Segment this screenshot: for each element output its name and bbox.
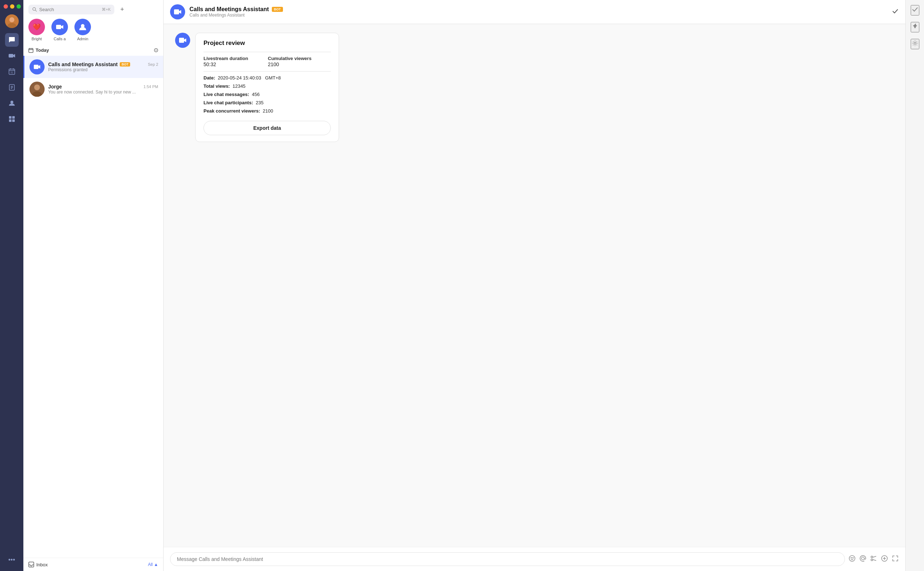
scissors-button[interactable] <box>870 555 877 564</box>
section-collapse-btn[interactable]: ⊙ <box>154 47 158 54</box>
message-avatar <box>175 33 190 48</box>
emoji-icon <box>848 555 856 562</box>
svg-point-41 <box>861 557 864 560</box>
svg-rect-17 <box>9 119 11 122</box>
expand-button[interactable] <box>892 555 899 564</box>
contact-item-calls[interactable]: Calls a <box>51 19 68 41</box>
traffic-light-yellow[interactable] <box>10 4 14 9</box>
inbox-text: Inbox <box>36 562 48 567</box>
conv-preview-jorge: You are now connected. Say hi to your ne… <box>48 90 158 94</box>
svg-point-40 <box>853 557 853 558</box>
live-chat-participants-label: Live chat participants: <box>204 100 253 105</box>
add-icon <box>881 555 888 562</box>
avatar[interactable] <box>5 14 19 28</box>
svg-line-45 <box>873 560 876 560</box>
chat-body: Project review Livestream duration 50:32… <box>164 24 905 547</box>
chat-input[interactable] <box>170 552 845 566</box>
stat-cumulative-label: Cumulative viewers <box>268 56 331 61</box>
conv-name-jorge: Jorge <box>48 84 62 90</box>
svg-marker-22 <box>61 25 63 29</box>
sidebar-item-video[interactable] <box>5 49 19 63</box>
svg-point-43 <box>871 559 873 560</box>
detail-peak-concurrent: Peak concurrent viewers: 2100 <box>204 108 331 114</box>
traffic-light-green[interactable] <box>17 4 21 9</box>
contact-avatar-calls <box>51 19 68 35</box>
sidebar-item-more[interactable]: ••• <box>5 553 19 567</box>
detail-live-chat-participants: Live chat participants: 235 <box>204 100 331 105</box>
checkmark-right-button[interactable] <box>911 5 919 15</box>
contact-avatar-admin <box>74 19 91 35</box>
today-label: Today <box>35 48 49 53</box>
svg-point-14 <box>11 101 13 103</box>
peak-concurrent-value: 2100 <box>263 108 273 114</box>
expand-icon <box>892 555 899 562</box>
sidebar-item-calendar[interactable]: 31 <box>5 65 19 79</box>
contact-item-admin[interactable]: Admin <box>74 19 91 41</box>
svg-point-42 <box>871 556 873 558</box>
total-views-label: Total views: <box>204 83 230 89</box>
svg-rect-28 <box>34 65 39 69</box>
emoji-button[interactable] <box>848 555 856 564</box>
svg-rect-18 <box>12 119 15 122</box>
add-button[interactable]: + <box>117 4 127 14</box>
svg-marker-4 <box>13 54 15 57</box>
live-chat-messages-value: 456 <box>251 92 259 97</box>
calendar-section-icon <box>28 48 34 53</box>
conv-avatar-calls-assistant <box>29 59 45 74</box>
conv-preview-calls-assistant: Permissions granted <box>48 67 158 72</box>
conversation-item-calls-assistant[interactable]: Calls and Meetings Assistant BOT Sep 2 P… <box>23 56 163 78</box>
svg-point-38 <box>849 556 855 561</box>
recent-contacts: ❤️ Bright Calls a Admin <box>23 17 163 45</box>
svg-marker-37 <box>184 39 186 42</box>
svg-point-31 <box>34 85 40 90</box>
message-card: Project review Livestream duration 50:32… <box>195 33 339 142</box>
pin-button[interactable] <box>911 22 919 32</box>
search-input[interactable] <box>39 7 100 12</box>
sidebar-item-contacts[interactable] <box>5 96 19 110</box>
svg-rect-36 <box>179 38 184 43</box>
sidebar-item-grid[interactable] <box>5 112 19 126</box>
traffic-light-red[interactable] <box>4 4 8 9</box>
chat-input-bar <box>164 547 905 571</box>
svg-point-1 <box>9 17 14 22</box>
stat-cumulative: Cumulative viewers 2100 <box>268 56 331 68</box>
sidebar-item-tasks[interactable] <box>5 80 19 94</box>
conv-info-calls-assistant: Calls and Meetings Assistant BOT Sep 2 P… <box>48 62 158 72</box>
detail-total-views: Total views: 12345 <box>204 83 331 89</box>
svg-rect-34 <box>174 9 179 14</box>
mention-button[interactable] <box>859 555 867 564</box>
peak-concurrent-label: Peak concurrent viewers: <box>204 108 260 114</box>
export-data-button[interactable]: Export data <box>204 121 331 135</box>
pin-icon <box>912 23 919 30</box>
svg-text:31: 31 <box>11 71 13 74</box>
svg-marker-29 <box>39 65 40 69</box>
svg-marker-35 <box>179 10 181 14</box>
more-dots-icon: ••• <box>8 556 15 564</box>
mention-icon <box>859 555 867 562</box>
date-value: 2020-05-24 15:40:03 <box>218 75 261 80</box>
card-divider <box>204 52 331 52</box>
conv-name-calls-assistant: Calls and Meetings Assistant <box>48 62 117 67</box>
contact-label-bright: Bright <box>32 37 42 41</box>
conv-info-jorge: Jorge 1:54 PM You are now connected. Say… <box>48 84 158 94</box>
conversation-panel: ⌘+K + ❤️ Bright Calls a Admin <box>23 0 164 571</box>
search-icon <box>32 7 37 12</box>
add-button-input[interactable] <box>881 555 888 564</box>
conversation-item-jorge[interactable]: Jorge 1:54 PM You are now connected. Say… <box>23 78 163 100</box>
search-shortcut: ⌘+K <box>102 7 111 12</box>
stat-livestream-value: 50:32 <box>204 62 216 67</box>
contact-item-bright[interactable]: ❤️ Bright <box>28 19 45 41</box>
chat-header-subtitle: Calls and Meetings Assistant <box>190 12 892 18</box>
inbox-all-btn[interactable]: All ▲ <box>148 562 158 567</box>
sidebar-item-chat[interactable] <box>5 33 19 47</box>
inbox-label: Inbox <box>28 562 48 567</box>
message-bot: Project review Livestream duration 50:32… <box>175 33 427 142</box>
settings-button[interactable] <box>911 39 919 49</box>
live-chat-messages-label: Live chat messages: <box>204 92 249 97</box>
checkmark-icon <box>892 8 899 15</box>
conv-time-calls-assistant: Sep 2 <box>148 62 158 66</box>
checkmark-button[interactable] <box>892 8 899 17</box>
contact-label-admin: Admin <box>77 37 88 41</box>
detail-date: Date: 2020-05-24 15:40:03 GMT+8 <box>204 75 331 80</box>
chat-header-name: Calls and Meetings Assistant <box>190 6 269 12</box>
